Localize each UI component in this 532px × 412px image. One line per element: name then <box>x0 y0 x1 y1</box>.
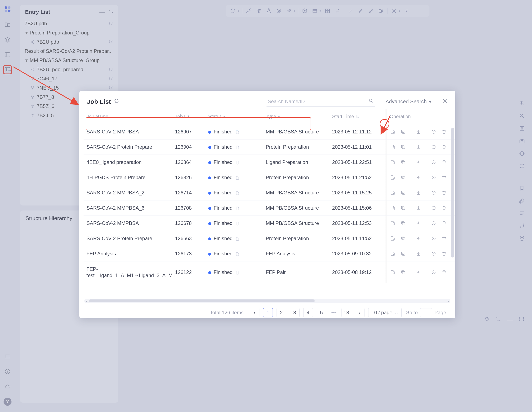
op-stop-icon[interactable] <box>431 220 437 226</box>
pill-icon[interactable] <box>285 7 293 15</box>
op-copy-icon[interactable] <box>400 220 406 226</box>
table-row[interactable]: hH-PGDS-Protein Prepare126826FinishedPro… <box>84 170 455 185</box>
tree-item[interactable]: 7B2U.pdb⌇⌇⌇ <box>23 37 116 47</box>
refresh-icon[interactable] <box>518 162 525 169</box>
cloud-icon[interactable] <box>4 383 11 390</box>
fit-icon[interactable] <box>518 125 525 132</box>
page-number-button[interactable]: 13 <box>342 308 351 318</box>
op-copy-icon[interactable] <box>400 129 406 135</box>
table-row[interactable]: SARS-CoV-2 Protein Prepare126904Finished… <box>84 140 455 155</box>
op-copy-icon[interactable] <box>400 205 406 211</box>
fullscreen-icon[interactable] <box>519 316 524 323</box>
status-doc-icon[interactable] <box>235 176 240 180</box>
op-download-icon[interactable] <box>416 220 421 226</box>
op-delete-icon[interactable] <box>441 129 447 135</box>
job-list-icon[interactable]: JOB <box>4 66 11 74</box>
op-view-icon[interactable] <box>390 159 396 165</box>
table-row[interactable]: SARS-CoV-2 Protein Prepare126663Finished… <box>84 231 455 246</box>
target-icon[interactable] <box>275 7 283 15</box>
op-stop-icon[interactable] <box>431 129 437 135</box>
op-copy-icon[interactable] <box>400 190 406 196</box>
table-row[interactable]: SARS-CoV-2 MMPBSA126907FinishedMM PB/GBS… <box>84 124 455 140</box>
op-download-icon[interactable] <box>416 159 421 165</box>
caret-down-icon[interactable]: ▾ <box>25 57 28 63</box>
list-icon[interactable] <box>518 210 525 217</box>
scroll-right-icon[interactable]: ▸ <box>446 299 450 303</box>
sort-icon[interactable]: ⇅ <box>356 115 359 119</box>
tree-item[interactable]: 7B2U_pdb_prepared⌇⌇⌇ <box>23 65 116 74</box>
op-copy-icon[interactable] <box>400 175 406 180</box>
op-stop-icon[interactable] <box>431 190 437 196</box>
op-download-icon[interactable] <box>416 251 421 257</box>
user-avatar[interactable]: Y <box>4 398 11 406</box>
scroll-left-icon[interactable]: ◂ <box>84 299 88 303</box>
swap-icon[interactable] <box>333 7 342 15</box>
clip-icon[interactable] <box>518 197 525 204</box>
op-stop-icon[interactable] <box>431 144 437 150</box>
grid-icon[interactable] <box>323 7 332 15</box>
op-view-icon[interactable] <box>390 220 396 226</box>
page-size-select[interactable]: 10 / page⌄ <box>368 308 402 318</box>
op-stop-icon[interactable] <box>431 235 437 241</box>
bond-icon[interactable] <box>244 7 253 15</box>
page-number-button[interactable]: 5 <box>317 308 326 318</box>
goto-input[interactable] <box>420 308 432 317</box>
op-download-icon[interactable] <box>416 235 421 241</box>
op-download-icon[interactable] <box>416 205 421 211</box>
page-number-button[interactable]: 3 <box>290 308 300 318</box>
op-copy-icon[interactable] <box>400 159 406 165</box>
op-view-icon[interactable] <box>390 251 396 257</box>
op-delete-icon[interactable] <box>441 159 447 165</box>
table-row[interactable]: FEP-test_Ligand_1_A_M1→Ligand_3_A_M11261… <box>84 262 455 283</box>
status-doc-icon[interactable] <box>235 252 240 256</box>
search-input[interactable] <box>266 96 375 107</box>
atoms-icon[interactable] <box>254 7 263 15</box>
op-copy-icon[interactable] <box>400 235 406 241</box>
col-header-status[interactable]: Status▾ <box>205 109 263 124</box>
op-view-icon[interactable] <box>390 129 396 135</box>
advanced-search-toggle[interactable]: Advanced Search ▾ <box>386 99 432 105</box>
card-icon[interactable] <box>4 353 11 360</box>
link-icon[interactable] <box>366 7 375 15</box>
op-delete-icon[interactable] <box>441 190 447 196</box>
cube-icon[interactable] <box>300 7 309 15</box>
settings-icon[interactable] <box>390 7 398 15</box>
zoom-in-icon[interactable] <box>518 100 525 107</box>
status-doc-icon[interactable] <box>235 222 240 226</box>
camera-icon[interactable] <box>518 137 525 144</box>
status-doc-icon[interactable] <box>235 271 240 275</box>
collapse-icon[interactable] <box>402 7 411 15</box>
op-view-icon[interactable] <box>390 269 396 275</box>
op-download-icon[interactable] <box>416 190 421 196</box>
table-icon[interactable] <box>4 51 11 58</box>
op-download-icon[interactable] <box>416 144 421 150</box>
page-next-button[interactable]: › <box>355 308 364 318</box>
layers-icon[interactable] <box>4 36 11 43</box>
op-delete-icon[interactable] <box>441 205 447 211</box>
caret-down-icon[interactable]: ▾ <box>25 30 28 36</box>
axis-icon[interactable] <box>496 316 502 323</box>
search-icon[interactable] <box>369 98 374 105</box>
op-copy-icon[interactable] <box>400 144 406 150</box>
center-icon[interactable] <box>518 150 525 157</box>
op-view-icon[interactable] <box>390 205 396 211</box>
status-doc-icon[interactable] <box>235 237 240 241</box>
expand-icon[interactable] <box>109 9 113 15</box>
page-number-button[interactable]: 1 <box>263 308 273 318</box>
col-header-type[interactable]: Type▾ <box>263 109 329 124</box>
table-row[interactable]: SARS-CoV-2 MMPBSA_6126708FinishedMM PB/G… <box>84 200 455 216</box>
search-field[interactable] <box>266 96 375 107</box>
op-copy-icon[interactable] <box>400 269 406 275</box>
col-header-id[interactable]: Job ID <box>172 109 205 124</box>
op-delete-icon[interactable] <box>441 235 447 241</box>
status-doc-icon[interactable] <box>235 130 240 134</box>
tree-item[interactable]: 7O46_17⌇⌇⌇ <box>23 74 116 83</box>
op-stop-icon[interactable] <box>431 159 437 165</box>
op-download-icon[interactable] <box>416 175 421 180</box>
database-icon[interactable] <box>518 235 525 242</box>
globe-icon[interactable] <box>376 7 385 15</box>
filter-icon[interactable]: ▾ <box>224 115 225 119</box>
tree-item[interactable]: ▾MM PB/GBSA Structure_Group <box>23 56 116 65</box>
op-view-icon[interactable] <box>390 175 396 180</box>
page-number-button[interactable]: 2 <box>276 308 286 318</box>
